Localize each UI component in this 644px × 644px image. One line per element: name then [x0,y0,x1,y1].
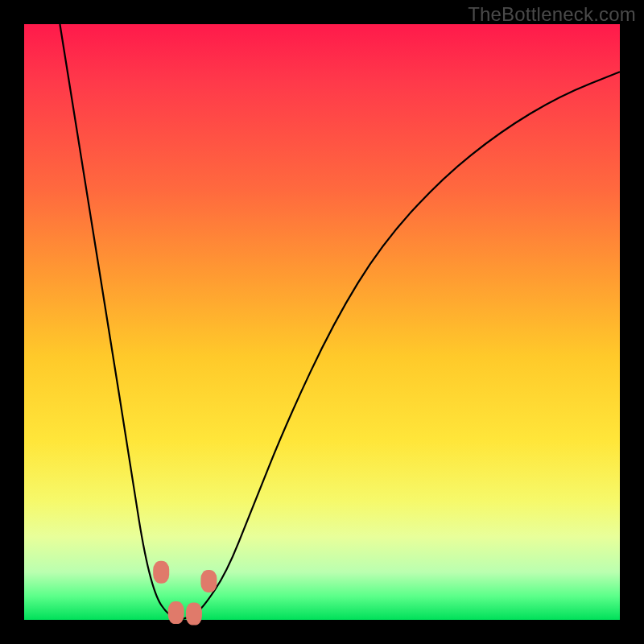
bottleneck-curve [60,24,620,619]
curve-marker [200,570,217,592]
watermark-text: TheBottleneck.com [468,3,636,26]
chart-svg [24,24,620,620]
chart-plot-area [24,24,620,620]
curve-marker [186,603,202,625]
curve-marker [153,561,169,584]
curve-markers [153,561,217,625]
curve-marker [168,601,184,624]
